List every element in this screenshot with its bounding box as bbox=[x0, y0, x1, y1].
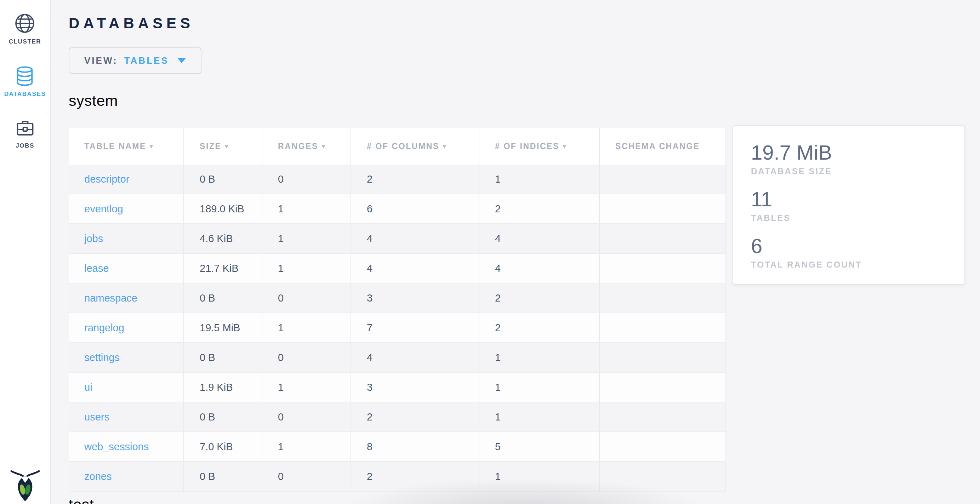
schema-change-cell bbox=[600, 253, 726, 283]
size-cell: 0 B bbox=[184, 283, 262, 313]
schema-change-cell bbox=[600, 402, 726, 432]
table-name-link[interactable]: jobs bbox=[84, 233, 103, 244]
table-name-link[interactable]: zones bbox=[84, 471, 111, 482]
stat-label: DATABASE SIZE bbox=[751, 166, 954, 176]
databases-icon bbox=[14, 65, 36, 87]
table-name-link[interactable]: ui bbox=[84, 382, 92, 393]
system-database-section: TABLE NAME▾ SIZE▾ RANGES▾ # OF COLUMNS▾ … bbox=[69, 128, 965, 491]
ranges-cell: 0 bbox=[262, 283, 351, 313]
table-name-link[interactable]: web_sessions bbox=[84, 441, 149, 452]
size-cell: 21.7 KiB bbox=[184, 253, 262, 283]
size-cell: 0 B bbox=[184, 461, 262, 491]
table-name-cell: descriptor bbox=[69, 165, 184, 194]
table-row: web_sessions 7.0 KiB 1 8 5 bbox=[69, 432, 726, 461]
num-columns-cell: 6 bbox=[351, 194, 479, 224]
ranges-cell: 1 bbox=[262, 224, 351, 253]
stat-label: TOTAL RANGE COUNT bbox=[751, 260, 954, 270]
schema-change-cell bbox=[600, 432, 726, 461]
table-row: eventlog 189.0 KiB 1 6 2 bbox=[69, 194, 726, 224]
column-header-ranges[interactable]: RANGES▾ bbox=[262, 128, 351, 165]
schema-change-cell bbox=[600, 224, 726, 253]
stat-value: 11 bbox=[751, 188, 954, 211]
ranges-cell: 0 bbox=[262, 402, 351, 432]
num-indices-cell: 1 bbox=[479, 372, 600, 402]
table-name-cell: lease bbox=[69, 253, 184, 283]
size-cell: 19.5 MiB bbox=[184, 313, 262, 343]
schema-change-cell bbox=[600, 194, 726, 224]
column-header-num-columns[interactable]: # OF COLUMNS▾ bbox=[351, 128, 479, 165]
view-selector-button[interactable]: VIEW: TABLES bbox=[69, 48, 202, 74]
num-columns-cell: 4 bbox=[351, 224, 479, 253]
table-row: rangelog 19.5 MiB 1 7 2 bbox=[69, 313, 726, 343]
num-columns-cell: 8 bbox=[351, 432, 479, 461]
table-name-link[interactable]: eventlog bbox=[84, 203, 123, 215]
ranges-cell: 1 bbox=[262, 432, 351, 461]
num-indices-cell: 1 bbox=[479, 461, 600, 491]
table-row: settings 0 B 0 4 1 bbox=[69, 343, 726, 372]
table-row: users 0 B 0 2 1 bbox=[69, 402, 726, 432]
view-selector-value: TABLES bbox=[124, 55, 169, 66]
cockroachdb-bug-logo[interactable] bbox=[9, 466, 41, 503]
num-indices-cell: 2 bbox=[479, 194, 600, 224]
table-name-cell: settings bbox=[69, 343, 184, 372]
column-header-schema-change: SCHEMA CHANGE bbox=[600, 128, 726, 165]
sidebar-item-label: CLUSTER bbox=[9, 38, 41, 45]
sidebar: CLUSTER DATABASES bbox=[0, 0, 51, 504]
sidebar-item-label: JOBS bbox=[16, 142, 34, 149]
table-name-link[interactable]: namespace bbox=[84, 293, 137, 304]
column-header-num-indices[interactable]: # OF INDICES▾ bbox=[479, 128, 600, 165]
schema-change-cell bbox=[600, 165, 726, 194]
stat-database-size: 19.7 MiB DATABASE SIZE bbox=[751, 141, 954, 176]
table-row: descriptor 0 B 0 2 1 bbox=[69, 165, 726, 194]
num-columns-cell: 7 bbox=[351, 313, 479, 343]
table-name-link[interactable]: users bbox=[84, 411, 110, 423]
sidebar-item-cluster[interactable]: CLUSTER bbox=[9, 12, 41, 45]
schema-change-cell bbox=[600, 283, 726, 313]
schema-change-cell bbox=[600, 461, 726, 491]
size-cell: 4.6 KiB bbox=[184, 224, 262, 253]
num-indices-cell: 1 bbox=[479, 165, 600, 194]
table-name-link[interactable]: lease bbox=[84, 262, 109, 274]
num-indices-cell: 5 bbox=[479, 432, 600, 461]
num-columns-cell: 3 bbox=[351, 372, 479, 402]
globe-icon bbox=[13, 12, 36, 35]
view-selector-label: VIEW: bbox=[84, 55, 118, 66]
ranges-cell: 0 bbox=[262, 343, 351, 372]
ranges-cell: 0 bbox=[262, 165, 351, 194]
table-name-link[interactable]: rangelog bbox=[84, 322, 124, 334]
size-cell: 189.0 KiB bbox=[184, 194, 262, 224]
column-header-table-name[interactable]: TABLE NAME▾ bbox=[69, 128, 184, 165]
ranges-cell: 1 bbox=[262, 194, 351, 224]
database-heading-system: system bbox=[69, 92, 965, 110]
sort-arrow-icon: ▾ bbox=[563, 143, 567, 150]
sort-arrow-icon: ▾ bbox=[150, 143, 154, 150]
num-columns-cell: 4 bbox=[351, 253, 479, 283]
table-name-cell: eventlog bbox=[69, 194, 184, 224]
column-header-size[interactable]: SIZE▾ bbox=[184, 128, 262, 165]
size-cell: 0 B bbox=[184, 165, 262, 194]
ranges-cell: 1 bbox=[262, 372, 351, 402]
num-indices-cell: 2 bbox=[479, 283, 600, 313]
num-columns-cell: 2 bbox=[351, 402, 479, 432]
num-indices-cell: 1 bbox=[479, 343, 600, 372]
sidebar-item-label: DATABASES bbox=[4, 91, 46, 98]
table-name-cell: namespace bbox=[69, 283, 184, 313]
database-summary-card: 19.7 MiB DATABASE SIZE 11 TABLES 6 TOTAL… bbox=[732, 125, 965, 285]
table-name-link[interactable]: settings bbox=[84, 352, 120, 363]
sidebar-item-databases[interactable]: DATABASES bbox=[4, 65, 46, 98]
table-name-cell: users bbox=[69, 402, 184, 432]
system-tables-table: TABLE NAME▾ SIZE▾ RANGES▾ # OF COLUMNS▾ … bbox=[69, 128, 726, 491]
table-row: zones 0 B 0 2 1 bbox=[69, 461, 726, 491]
sort-arrow-icon: ▾ bbox=[225, 143, 229, 150]
stat-total-range-count: 6 TOTAL RANGE COUNT bbox=[751, 235, 954, 270]
num-indices-cell: 4 bbox=[479, 253, 600, 283]
sort-arrow-icon: ▾ bbox=[443, 143, 447, 150]
table-row: lease 21.7 KiB 1 4 4 bbox=[69, 253, 726, 283]
main-content: DATABASES VIEW: TABLES system TABLE NAME… bbox=[51, 0, 980, 504]
sidebar-item-jobs[interactable]: JOBS bbox=[14, 118, 36, 149]
table-name-link[interactable]: descriptor bbox=[84, 173, 129, 185]
schema-change-cell bbox=[600, 313, 726, 343]
num-columns-cell: 4 bbox=[351, 343, 479, 372]
size-cell: 0 B bbox=[184, 402, 262, 432]
num-columns-cell: 2 bbox=[351, 461, 479, 491]
